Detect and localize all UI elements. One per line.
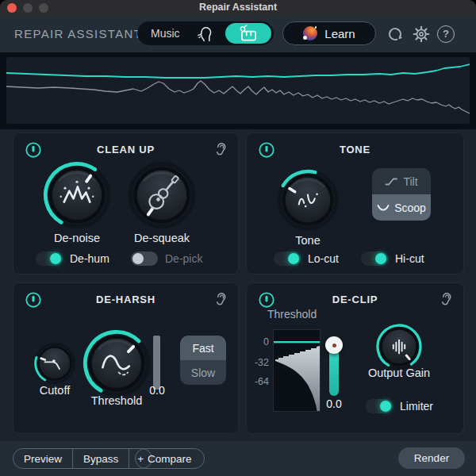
de-harsh-threshold-label: Threshold <box>82 394 152 407</box>
de-harsh-gain-reduction-meter <box>153 336 160 390</box>
de-clip-histogram <box>273 329 321 412</box>
tone-shape-selector: Tilt Scoop <box>372 168 431 221</box>
header: REPAIR ASSISTANT Music Learn <box>0 15 476 52</box>
learn-button[interactable]: Learn <box>282 21 376 45</box>
repair-assistant-window: Repair Assistant REPAIR ASSISTANT Music <box>0 0 476 476</box>
output-gain-label: Output Gain <box>359 367 439 379</box>
learn-sphere-icon <box>303 26 317 40</box>
ear-icon <box>213 140 228 159</box>
window-title: Repair Assistant <box>0 0 476 15</box>
panel-de-harsh: DE-HARSH Cutoff <box>13 282 239 434</box>
scale-minus-32: -32 <box>251 357 269 368</box>
reset-button[interactable] <box>384 15 406 52</box>
panel-tone: TONE Tone Tilt <box>246 132 464 274</box>
tone-knob-label: Tone <box>276 234 340 247</box>
help-button[interactable]: ? <box>435 15 457 52</box>
denoise-knob[interactable] <box>42 160 112 230</box>
output-gain-knob[interactable] <box>375 323 423 370</box>
limiter-label: Limiter <box>400 400 433 413</box>
slow-button[interactable]: Slow <box>180 360 226 385</box>
spectrum-strip <box>0 52 476 129</box>
footer: Preview Bypass + Compare Render <box>0 441 476 476</box>
spectrum-display[interactable] <box>6 57 470 124</box>
denoise-label: De-noise <box>42 232 112 244</box>
spectrum-plot <box>6 57 470 124</box>
de-harsh-threshold-knob[interactable] <box>82 328 152 398</box>
dehum-label: De-hum <box>70 252 109 265</box>
ear-icon <box>438 290 454 309</box>
app-title: REPAIR ASSISTANT <box>14 15 142 52</box>
threshold-line[interactable] <box>274 341 320 343</box>
mode-selector: Music <box>137 21 274 45</box>
scoop-curve-icon <box>377 203 390 213</box>
depick-label: De-pick <box>165 252 202 265</box>
scale-0: 0 <box>251 336 269 347</box>
hicut-toggle[interactable] <box>361 251 388 266</box>
dehum-toggle[interactable] <box>36 251 63 266</box>
de-clip-threshold-label: Threshold <box>267 308 317 321</box>
de-clip-title: DE-CLIP <box>247 294 463 305</box>
gear-icon <box>412 25 431 44</box>
settings-button[interactable] <box>410 15 432 52</box>
panel-de-clip: DE-CLIP Threshold 0 -32 -64 0.0 <box>246 282 464 434</box>
bypass-button[interactable]: Bypass <box>72 449 129 468</box>
tilt-curve-icon <box>385 176 398 186</box>
locut-toggle[interactable] <box>274 251 301 266</box>
de-clip-listen-button[interactable] <box>438 290 454 309</box>
panel-clean-up: CLEAN UP De-noise <box>13 132 239 274</box>
refresh-icon <box>386 25 405 44</box>
mode-instrumental-button[interactable] <box>225 23 271 44</box>
tone-knob[interactable] <box>276 168 340 232</box>
titlebar: Repair Assistant <box>0 0 476 15</box>
preview-button[interactable]: Preview <box>13 449 72 468</box>
piano-guitar-icon <box>238 25 259 42</box>
de-clip-threshold-slider-handle[interactable] <box>325 336 343 354</box>
singing-head-icon <box>196 25 215 43</box>
fast-button[interactable]: Fast <box>180 336 226 360</box>
transport-button-group: Preview Bypass + <box>13 448 152 469</box>
help-icon: ? <box>437 25 455 43</box>
tone-title: TONE <box>247 144 463 155</box>
locut-label: Lo-cut <box>308 252 339 265</box>
limiter-toggle[interactable] <box>366 399 393 413</box>
tilt-button[interactable]: Tilt <box>372 168 431 194</box>
de-harsh-title: DE-HARSH <box>13 294 238 305</box>
clean-up-listen-button[interactable] <box>213 140 228 159</box>
clean-up-title: CLEAN UP <box>13 144 238 155</box>
de-harsh-speed-selector: Fast Slow <box>180 336 226 385</box>
compare-button[interactable]: Compare <box>135 448 205 469</box>
histogram-plot <box>274 330 320 411</box>
scoop-button[interactable]: Scoop <box>372 194 431 221</box>
depick-toggle[interactable] <box>131 251 158 266</box>
cutoff-label: Cutoff <box>21 384 88 397</box>
desqueak-label: De-squeak <box>127 232 197 244</box>
mode-music-label: Music <box>151 27 180 40</box>
scale-minus-64: -64 <box>251 376 269 387</box>
de-harsh-threshold-value: 0.0 <box>142 384 172 397</box>
de-clip-threshold-value: 0.0 <box>319 397 349 410</box>
render-button[interactable]: Render <box>398 447 465 469</box>
hicut-label: Hi-cut <box>395 252 424 265</box>
de-harsh-listen-button[interactable] <box>213 290 228 309</box>
mode-vocal-button[interactable] <box>196 25 215 46</box>
cutoff-knob[interactable] <box>33 342 76 385</box>
learn-label: Learn <box>324 27 355 40</box>
ear-icon <box>213 290 228 309</box>
desqueak-knob[interactable] <box>127 160 197 230</box>
